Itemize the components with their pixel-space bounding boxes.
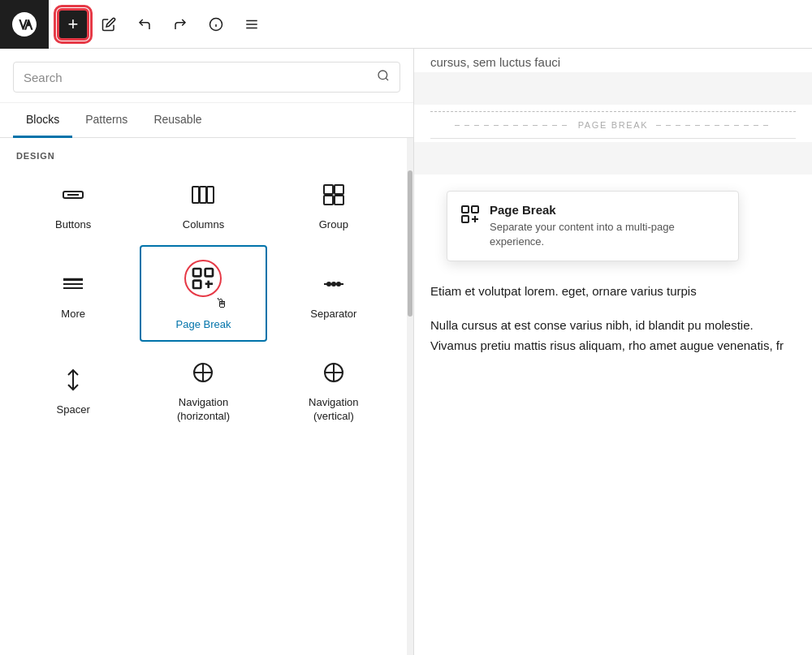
block-item-nav-horizontal[interactable]: Navigation(horizontal)	[140, 345, 266, 435]
svg-rect-16	[335, 196, 343, 205]
tooltip-card: Page Break Separate your content into a …	[447, 191, 739, 261]
sidebar-scroll: DESIGN Buttons	[0, 138, 413, 655]
svg-rect-37	[462, 206, 469, 213]
separator-icon	[321, 271, 347, 301]
columns-icon	[190, 182, 216, 212]
svg-rect-15	[324, 196, 333, 205]
svg-rect-10	[192, 187, 199, 203]
tab-reusable[interactable]: Reusable	[140, 103, 214, 138]
svg-rect-21	[193, 269, 201, 276]
scrollbar-thumb[interactable]	[408, 170, 412, 317]
svg-rect-39	[462, 216, 469, 222]
content-paragraph-2: Nulla cursus at est conse varius nibh, i…	[414, 315, 812, 369]
wp-logo	[0, 0, 49, 49]
block-item-nav-vertical[interactable]: Navigation(vertical)	[270, 345, 397, 435]
list-icon	[244, 17, 259, 32]
info-icon	[209, 17, 223, 32]
page-break-banner: PAGE BREAK	[430, 111, 796, 139]
block-item-more[interactable]: More	[10, 245, 136, 342]
search-icon	[377, 69, 390, 85]
tab-patterns[interactable]: Patterns	[72, 103, 140, 138]
block-grid: Buttons Columns	[0, 167, 407, 435]
wp-logo-icon	[10, 10, 39, 39]
search-box[interactable]	[13, 62, 400, 93]
main-area: Blocks Patterns Reusable DESIGN	[0, 49, 812, 655]
separator-label: Separator	[310, 308, 356, 320]
columns-label: Columns	[183, 218, 224, 231]
redo-button[interactable]	[164, 8, 197, 41]
group-icon	[321, 182, 347, 212]
svg-rect-11	[200, 187, 206, 203]
content-area: cursus, sem luctus fauci PAGE BREAK	[414, 49, 812, 655]
tooltip-description: Separate your content into a multi-page …	[490, 220, 725, 249]
svg-line-7	[386, 78, 388, 80]
tooltip-title: Page Break	[490, 203, 725, 217]
more-icon	[60, 271, 86, 301]
section-label: DESIGN	[0, 138, 407, 167]
gray-block-bottom	[414, 142, 812, 175]
svg-point-29	[337, 282, 340, 286]
block-item-columns[interactable]: Columns	[140, 167, 266, 242]
buttons-label: Buttons	[55, 218, 91, 231]
nav-vertical-icon	[321, 360, 347, 390]
nav-horizontal-label: Navigation(horizontal)	[177, 396, 230, 424]
svg-point-28	[332, 282, 335, 286]
gray-block-top	[414, 72, 812, 105]
buttons-icon	[60, 182, 86, 212]
cursor-icon: 🖱	[215, 297, 228, 310]
tabs: Blocks Patterns Reusable	[0, 103, 413, 138]
page-break-icon: 🖱	[184, 260, 222, 302]
search-input[interactable]	[24, 71, 377, 84]
add-block-button[interactable]: +	[57, 8, 89, 41]
content-top-text: cursus, sem luctus fauci	[414, 49, 812, 72]
block-item-separator[interactable]: Separator	[270, 245, 397, 342]
toolbar: +	[0, 0, 812, 49]
block-item-page-break[interactable]: 🖱 Page Break	[140, 245, 266, 342]
undo-button[interactable]	[128, 8, 161, 41]
svg-rect-38	[472, 206, 478, 213]
redo-icon	[173, 17, 188, 32]
block-item-group[interactable]: Group	[270, 167, 397, 242]
edit-button[interactable]	[93, 8, 125, 41]
search-area	[0, 49, 413, 103]
spacer-label: Spacer	[57, 403, 90, 416]
block-item-spacer[interactable]: Spacer	[10, 345, 136, 435]
tooltip-wrapper: Page Break Separate your content into a …	[414, 181, 812, 281]
page-break-label: Page Break	[176, 318, 231, 330]
tooltip-text-block: Page Break Separate your content into a …	[490, 203, 725, 249]
spacer-icon	[60, 367, 86, 397]
block-item-buttons[interactable]: Buttons	[10, 167, 136, 242]
list-view-button[interactable]	[235, 8, 268, 41]
sidebar: Blocks Patterns Reusable DESIGN	[0, 49, 414, 655]
group-label: Group	[319, 218, 348, 231]
svg-point-27	[327, 282, 330, 286]
info-button[interactable]	[200, 8, 232, 41]
pencil-icon	[102, 17, 116, 32]
sidebar-content: DESIGN Buttons	[0, 138, 407, 655]
svg-rect-22	[205, 269, 213, 276]
scrollbar-track[interactable]	[407, 138, 413, 655]
content-paragraph-1: Etiam et volutpat lorem. eget, ornare va…	[414, 281, 812, 315]
svg-rect-14	[335, 185, 343, 194]
nav-vertical-label: Navigation(vertical)	[309, 396, 358, 424]
svg-rect-23	[193, 281, 201, 288]
tooltip-page-break-icon	[460, 205, 480, 229]
tab-blocks[interactable]: Blocks	[13, 103, 72, 138]
page-break-text: PAGE BREAK	[578, 120, 649, 130]
svg-rect-13	[324, 185, 333, 194]
more-label: More	[61, 308, 85, 320]
svg-point-6	[378, 71, 387, 80]
undo-icon	[137, 17, 152, 32]
svg-rect-12	[207, 187, 214, 203]
nav-horizontal-icon	[190, 360, 216, 390]
